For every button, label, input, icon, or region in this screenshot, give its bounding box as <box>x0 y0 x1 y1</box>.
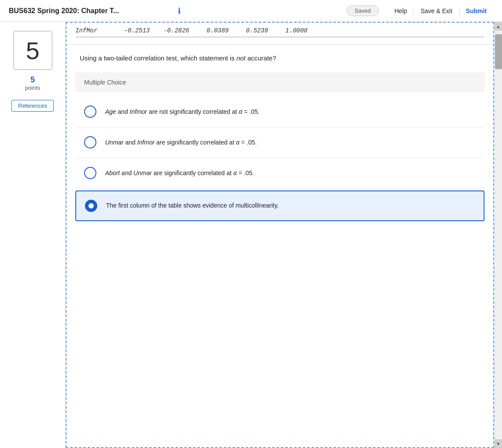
mc-label: Multiple Choice <box>84 79 126 86</box>
info-icon[interactable]: ℹ <box>178 6 181 16</box>
option-a-text: Age and Infmor are not significantly cor… <box>105 107 259 116</box>
options-list: Age and Infmor are not significantly cor… <box>75 97 484 223</box>
table-cell-1: -0.2513 <box>115 27 150 34</box>
table-cell-4: 0.5239 <box>233 27 268 34</box>
content-area: InfMor -0.2513 -0.2826 0.0389 0.5239 1.0… <box>66 22 494 448</box>
page-title: BUS632 Spring 2020: Chapter T... <box>9 7 174 15</box>
option-b-text: Unmar and Infmor are significantly corre… <box>105 138 257 147</box>
option-a[interactable]: Age and Infmor are not significantly cor… <box>75 97 484 127</box>
table-data-row: InfMor -0.2513 -0.2826 0.0389 0.5239 1.0… <box>75 27 484 34</box>
mc-container: Multiple Choice <box>75 72 484 92</box>
radio-b[interactable] <box>84 136 96 148</box>
scroll-down-arrow[interactable]: ▼ <box>495 439 502 448</box>
radio-d[interactable] <box>85 200 97 212</box>
table-cell-5: 1.0000 <box>272 27 308 34</box>
scrollbar[interactable]: ▲ ▼ <box>494 22 502 448</box>
option-b[interactable]: Unmar and Infmor are significantly corre… <box>75 127 484 158</box>
option-c[interactable]: Abort and Unmar are significantly correl… <box>75 158 484 189</box>
scroll-thumb[interactable] <box>495 34 502 69</box>
radio-c[interactable] <box>84 167 96 179</box>
points-label: points <box>25 85 40 91</box>
points-value: 5 <box>30 75 35 85</box>
question-prefix: Using a two-tailed correlation test, whi… <box>80 54 237 62</box>
main-layout: 5 5 points References InfMor -0.2513 -0.… <box>0 22 502 448</box>
sidebar: 5 5 points References <box>0 22 66 448</box>
table-cell-2: -0.2826 <box>154 27 189 34</box>
option-d-text: The first column of the table shows evid… <box>106 201 279 210</box>
app-header: BUS632 Spring 2020: Chapter T... ℹ Saved… <box>0 0 502 22</box>
question-number: 5 <box>26 36 39 65</box>
table-row-label: InfMor <box>75 27 110 34</box>
option-c-text: Abort and Unmar are significantly correl… <box>105 169 254 178</box>
question-text: Using a two-tailed correlation test, whi… <box>67 45 493 72</box>
table-cell-3: 0.0389 <box>194 27 229 34</box>
table-area: InfMor -0.2513 -0.2826 0.0389 0.5239 1.0… <box>67 23 493 45</box>
question-suffix: accurate? <box>246 54 276 62</box>
scroll-up-arrow[interactable]: ▲ <box>495 22 502 31</box>
submit-button[interactable]: Submit <box>460 7 493 14</box>
help-button[interactable]: Help <box>388 7 414 14</box>
radio-a[interactable] <box>84 106 96 118</box>
save-exit-button[interactable]: Save & Exit <box>414 7 459 14</box>
question-number-box: 5 <box>13 31 53 70</box>
saved-button[interactable]: Saved <box>346 5 379 16</box>
question-italic: not <box>237 54 246 62</box>
option-d[interactable]: The first column of the table shows evid… <box>75 190 484 221</box>
references-button[interactable]: References <box>11 100 53 112</box>
